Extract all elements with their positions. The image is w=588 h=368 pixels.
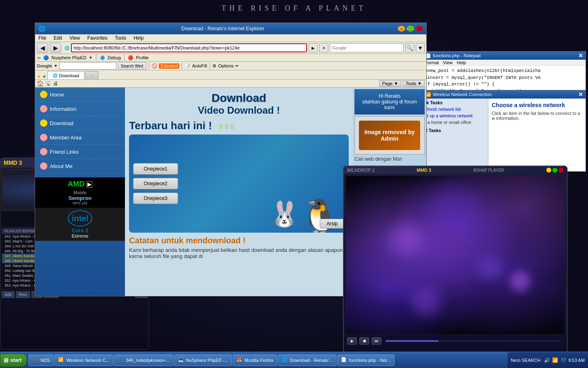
autofill-text[interactable]: AutoFill xyxy=(192,63,207,68)
mmd2-play-btn[interactable]: ▶ xyxy=(347,337,357,345)
debug-text[interactable]: Debug xyxy=(108,55,121,60)
nutsphere-text[interactable]: Nusphere PhpED xyxy=(51,55,87,60)
nutsphere-taskbar-icon: 💻 xyxy=(178,357,185,364)
ie-menu-help[interactable]: Help xyxy=(132,35,145,41)
notepad-close[interactable]: ✕ xyxy=(578,52,583,59)
taskbar-item-download[interactable]: 🌐 Download - Renato'... xyxy=(278,355,336,366)
ie-minimize-button[interactable]: – xyxy=(398,26,405,31)
ie-menu-tools[interactable]: Tools xyxy=(113,35,128,41)
nds-label: NDS xyxy=(40,358,50,363)
ie-address-label: 🌐 xyxy=(65,46,69,50)
arsip-button[interactable]: Arsip xyxy=(320,219,345,229)
ie-stop-button[interactable]: ✕ xyxy=(319,43,328,52)
download-label: Download xyxy=(50,120,74,126)
sidebar-item-home[interactable]: Home xyxy=(35,88,125,102)
options-pen: ✏ xyxy=(235,63,239,69)
ie-menu-favorites[interactable]: Favorites xyxy=(86,35,109,41)
ie-tools-btn[interactable]: Tools ▼ xyxy=(403,80,425,87)
mmd2-progress-bar[interactable] xyxy=(385,340,562,342)
nutsphere-dropdown[interactable]: ▼ xyxy=(89,56,93,60)
sidebar-item-member[interactable]: Member Area xyxy=(35,130,125,145)
google-search-button[interactable]: Search Wed xyxy=(118,62,146,70)
tray-volume-icon[interactable]: 🔊 xyxy=(544,357,550,364)
notepad-view-menu[interactable]: View xyxy=(443,60,453,65)
playlist-rem-btn[interactable]: Rem xyxy=(16,291,30,298)
google-search-input[interactable] xyxy=(59,62,116,70)
information-label: Information xyxy=(50,106,76,112)
taskbar-item-nutsphere[interactable]: 💻 NuSphere PhpED -... xyxy=(174,355,232,366)
mmd2-next-btn[interactable]: ⏭ xyxy=(372,337,381,345)
ie-url-input[interactable] xyxy=(74,45,305,50)
amd-model: HPS-192 xyxy=(38,201,122,205)
ie-print-btn[interactable]: 🖨 xyxy=(53,81,58,86)
video-btn-1[interactable]: Onepiece1 xyxy=(133,163,178,175)
ie-forward-button[interactable]: ▶ xyxy=(50,43,61,53)
video-btn-2[interactable]: Onepiece2 xyxy=(133,178,178,189)
options-text[interactable]: Options xyxy=(218,63,234,68)
ie-close-button[interactable]: ✕ xyxy=(416,26,423,31)
wireless-taskbar-icon: 📶 xyxy=(58,357,65,364)
mmd2-window-buttons xyxy=(546,168,564,173)
ie-tab-new[interactable]: + xyxy=(85,71,98,79)
notepad-taskbar-icon: 📄 xyxy=(341,357,347,364)
ie-go-button[interactable]: ▶ xyxy=(309,43,318,52)
taskbar-item-music[interactable]: 🎵 346_nobodyknows+... xyxy=(114,355,173,366)
ie-search-input[interactable] xyxy=(332,45,401,50)
cari-box: Cari web dengan Msn xyxy=(354,156,425,162)
ie-address-bar[interactable] xyxy=(71,43,307,52)
amd-mobile-text: Mobile xyxy=(38,190,122,195)
ie-menu-view[interactable]: View xyxy=(68,35,82,41)
amd-arrow: ▶ xyxy=(86,181,92,188)
taskbar-item-firefox[interactable]: 🦊 Mozilla Firefox xyxy=(233,355,277,366)
taskbar-item-notepad[interactable]: 📄 functions.php - Not... xyxy=(337,355,394,366)
ie-home-nav-btn[interactable]: 🏠 xyxy=(37,80,44,87)
ie-menu-edit[interactable]: Edit xyxy=(52,35,64,41)
notepad-help-menu[interactable]: Help xyxy=(457,60,466,65)
sidebar-item-about[interactable]: About Me xyxy=(35,159,125,173)
download-taskbar-label: Download - Renato'... xyxy=(290,358,333,363)
favorites-star[interactable]: ★ xyxy=(37,74,41,79)
mmd-player2: MILNDROP 2 MMD 3 BSHAP PLAYER ▶ ⏹ ⏭ xyxy=(343,166,568,354)
notepad-format-menu[interactable]: Format xyxy=(425,60,439,65)
mmd2-stop-btn[interactable]: ⏹ xyxy=(359,337,369,345)
profile-icon: 🔴 xyxy=(128,55,134,61)
mmd2-close[interactable] xyxy=(559,168,564,173)
google-dropdown[interactable]: ▼ xyxy=(54,64,58,68)
sidebar-item-download[interactable]: Download xyxy=(35,116,125,130)
add-favorites-star[interactable]: ★ xyxy=(42,74,47,79)
mmd2-maximize[interactable] xyxy=(552,168,557,173)
ie-maximize-button[interactable]: □ xyxy=(407,26,414,31)
wireless-setup-link[interactable]: et up a wireless network xyxy=(425,113,486,118)
sidebar-item-information[interactable]: Information xyxy=(35,102,125,116)
wireless-window: 📶 Wireless Network Connection ✕ rk Tasks… xyxy=(423,90,586,172)
toolbar-sep2 xyxy=(124,54,125,61)
taskbar-item-nds[interactable]: 🎮 NDS xyxy=(29,355,53,366)
ie-back-button[interactable]: ◀ xyxy=(37,43,48,53)
sidebar-item-friends[interactable]: Friend Links xyxy=(35,145,125,159)
start-button[interactable]: ⊞ start xyxy=(0,354,27,367)
tray-security-icon[interactable]: 🛡 xyxy=(560,357,567,364)
ie-search-options[interactable]: ▼ xyxy=(416,43,425,52)
wireless-close[interactable]: ✕ xyxy=(578,91,583,98)
video-btn-3[interactable]: Onepiece3 xyxy=(133,193,178,204)
music-label: 346_nobodyknows+... xyxy=(126,358,169,363)
mmd2-minimize[interactable] xyxy=(546,168,551,173)
blocked-badge[interactable]: 3 blocked xyxy=(159,63,180,69)
mmd2-logo: MMD 3 xyxy=(416,168,431,173)
ie-page-btn[interactable]: Page ▼ xyxy=(379,80,401,87)
hi-box: Hi Renato silahkan gabung di forum kami xyxy=(354,89,425,114)
ie-menu-file[interactable]: File xyxy=(37,35,48,41)
taskbar-item-wireless[interactable]: 📶 Wireless Network C... xyxy=(54,355,113,366)
tray-network-icon[interactable]: 📶 xyxy=(552,357,559,364)
playlist-add-btn[interactable]: Add xyxy=(2,291,15,298)
ie-search-submit[interactable]: 🔍 xyxy=(405,43,414,52)
web-header: Download Video Download ! xyxy=(129,92,349,116)
amd-logo: AMD xyxy=(68,180,85,188)
ie-rss-btn[interactable]: 📡 xyxy=(45,81,51,86)
firefox-icon: 🦊 xyxy=(236,357,243,364)
profile-text[interactable]: Profile xyxy=(136,55,149,60)
ie-search-bar xyxy=(330,43,403,52)
ie-tab-download[interactable]: 🌐 Download xyxy=(47,71,85,79)
google-label: Google xyxy=(37,63,52,68)
wireless-refresh-link[interactable]: efresh network list xyxy=(425,107,486,112)
